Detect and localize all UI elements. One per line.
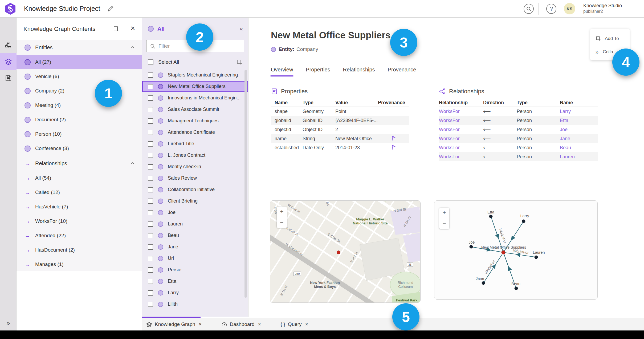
expand-rail-button[interactable]: » [0, 319, 17, 327]
close-panel-button[interactable]: ✕ [131, 25, 135, 32]
item-checkbox[interactable] [148, 199, 153, 204]
list-item[interactable]: Firebird Title [142, 138, 248, 150]
item-checkbox[interactable] [148, 130, 153, 135]
item-checkbox[interactable] [148, 164, 153, 170]
sidebar-item-relationship[interactable]: → Manages (1) [17, 257, 142, 272]
tab-dashboard[interactable]: Dashboard ✕ [221, 321, 261, 327]
list-item[interactable]: Uri [142, 253, 248, 264]
geospatial-map[interactable]: + − k Rd W Clay St Sa arshall St W Marsh… [270, 200, 421, 303]
help-button[interactable]: ? [546, 4, 556, 14]
entity-link[interactable]: Jane [560, 136, 598, 142]
item-checkbox[interactable] [148, 176, 153, 181]
relationships-section-header[interactable]: → Relationships [17, 156, 142, 171]
list-filter-type[interactable]: All [148, 26, 165, 32]
sidebar-item-relationship[interactable]: → WorksFor (10) [17, 214, 142, 228]
list-item[interactable]: Beau [142, 230, 248, 241]
relationship-link[interactable]: WorksFor [439, 154, 483, 160]
list-item[interactable]: Attendance Certificate [142, 127, 248, 138]
relationship-link[interactable]: WorksFor [439, 127, 483, 132]
item-checkbox[interactable] [148, 153, 153, 158]
entity-link[interactable]: Lauren [560, 154, 598, 160]
item-checkbox[interactable] [148, 118, 153, 124]
provenance-flag-icon[interactable] [391, 135, 396, 141]
avatar[interactable]: KS [564, 3, 575, 14]
list-item[interactable]: Persie [142, 264, 248, 276]
sidebar-item-relationship[interactable]: → All (54) [17, 171, 142, 185]
zoom-out-button[interactable]: − [277, 217, 287, 228]
item-checkbox[interactable] [148, 233, 153, 238]
select-all-checkbox[interactable] [148, 59, 153, 65]
relationship-link[interactable]: WorksFor [439, 136, 483, 142]
item-checkbox[interactable] [148, 210, 153, 215]
hierarchy-tool-button[interactable] [0, 37, 17, 53]
sidebar-item-entity[interactable]: Meeting (4) [17, 98, 142, 112]
relationship-link[interactable]: WorksFor [439, 145, 483, 151]
provenance-flag-icon[interactable] [391, 144, 396, 150]
item-checkbox[interactable] [148, 244, 153, 250]
edit-title-icon[interactable] [107, 5, 114, 12]
sidebar-item-relationship[interactable]: → HasVehicle (7) [17, 200, 142, 214]
list-item[interactable]: L. Jones Contract [142, 150, 248, 161]
item-checkbox[interactable] [148, 141, 153, 147]
zoom-in-button[interactable]: + [277, 207, 287, 217]
list-item[interactable]: Lilith [142, 298, 248, 310]
item-checkbox[interactable] [148, 267, 153, 273]
relationship-link[interactable]: WorksFor [439, 109, 483, 114]
sidebar-item-entity[interactable]: Company (2) [17, 84, 142, 98]
zoom-in-button[interactable]: + [439, 208, 449, 218]
close-tab-icon[interactable]: ✕ [258, 322, 261, 327]
sidebar-item-relationship[interactable]: → Attended (22) [17, 228, 142, 243]
item-checkbox[interactable] [148, 107, 153, 112]
sidebar-item-entity[interactable]: Vehicle (6) [17, 69, 142, 84]
item-checkbox[interactable] [148, 95, 153, 101]
relationship-link[interactable]: WorksFor [439, 118, 483, 123]
save-tool-button[interactable] [0, 70, 17, 86]
tab-query[interactable]: { } Query ✕ [280, 321, 308, 327]
list-item[interactable]: Managment Techniques [142, 115, 248, 127]
item-checkbox[interactable] [148, 84, 153, 89]
list-item[interactable]: Collaboration initiative [142, 184, 248, 195]
sidebar-item-entity[interactable]: All (27) [17, 55, 142, 69]
close-tab-icon[interactable]: ✕ [305, 322, 308, 327]
scrollbar[interactable] [244, 70, 247, 298]
add-to-panel-icon[interactable] [113, 26, 119, 32]
zoom-out-button[interactable]: − [439, 218, 449, 229]
list-item[interactable]: Staplers Mechanical Engineering [142, 69, 248, 81]
list-item[interactable]: Sales Associate Summit [142, 104, 248, 115]
tab-overview[interactable]: Overview [271, 67, 293, 76]
entity-link[interactable]: Joe [560, 127, 598, 132]
layers-tool-button[interactable] [0, 53, 17, 70]
item-checkbox[interactable] [148, 72, 153, 78]
item-checkbox[interactable] [148, 290, 153, 296]
list-item[interactable]: Lauren [142, 218, 248, 230]
list-item[interactable]: Etta [142, 276, 248, 287]
sidebar-item-entity[interactable]: Document (2) [17, 112, 142, 127]
entity-link[interactable]: Larry [560, 109, 598, 114]
search-button[interactable] [524, 4, 534, 14]
list-item[interactable]: New Metal Office Suppliers [142, 81, 248, 92]
link-chart[interactable]: WorksFor WorksFor WorksFor Etta Larry J [434, 200, 598, 300]
sidebar-item-relationship[interactable]: → HasDocument (2) [17, 243, 142, 257]
sidebar-item-entity[interactable]: Conference (3) [17, 141, 142, 156]
add-to-menu-item[interactable]: Add To [596, 36, 619, 41]
item-checkbox[interactable] [148, 187, 153, 192]
sidebar-item-relationship[interactable]: → Called (12) [17, 185, 142, 200]
list-item[interactable]: Jane [142, 241, 248, 253]
list-item[interactable]: Client Briefing [142, 195, 248, 207]
entity-link[interactable]: Beau [560, 145, 598, 151]
collapse-panel-button[interactable]: « [240, 26, 243, 33]
item-checkbox[interactable] [148, 279, 153, 284]
collapse-menu-item[interactable]: » Colla [596, 49, 613, 55]
list-item[interactable]: Montly check-in [142, 161, 248, 172]
entities-section-header[interactable]: Entities [17, 40, 142, 55]
add-to-icon[interactable] [236, 59, 243, 65]
tab-relationships[interactable]: Relationships [343, 67, 375, 76]
tab-properties[interactable]: Properties [306, 67, 330, 76]
item-checkbox[interactable] [148, 302, 153, 307]
tab-knowledge-graph[interactable]: Knowledge Graph ✕ [146, 321, 202, 327]
tab-provenance[interactable]: Provenance [388, 67, 416, 76]
list-item[interactable]: Joe [142, 207, 248, 218]
sidebar-item-entity[interactable]: Person (10) [17, 127, 142, 141]
entity-link[interactable]: Etta [560, 118, 598, 123]
close-tab-icon[interactable]: ✕ [198, 322, 202, 327]
